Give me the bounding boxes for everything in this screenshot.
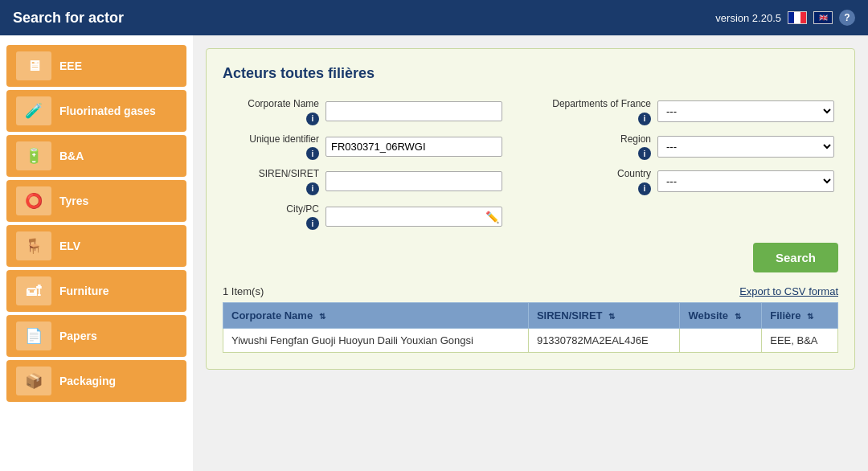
unique-id-label-group: Unique identifier i	[223, 133, 319, 161]
corporate-name-input[interactable]	[326, 101, 502, 121]
country-label-group: Country i	[547, 168, 651, 195]
sidebar-item-elv-label: ELV	[59, 240, 80, 252]
fluorinated-gases-icon: 🧪	[16, 96, 51, 125]
version-label: version 2.20.5	[715, 12, 781, 24]
country-info-icon[interactable]: i	[638, 182, 651, 195]
sidebar-item-ba-label: B&A	[59, 149, 84, 162]
country-row: Country i ---	[547, 168, 838, 195]
region-label-group: Region i	[547, 133, 651, 161]
main-layout: 🖥 EEE 🧪 Fluorinated gases 🔋 B&A ⭕ Tyres …	[0, 35, 868, 471]
departments-info-icon[interactable]: i	[638, 113, 651, 125]
search-btn-row: Search	[223, 243, 838, 272]
siren-label-group: SIREN/SIRET i	[223, 168, 319, 195]
sidebar-item-fluorinated-gases-label: Fluorinated gases	[59, 104, 156, 117]
sidebar-item-papers-label: Papers	[59, 330, 97, 342]
city-label: City/PC	[223, 203, 319, 216]
col-corporate-name[interactable]: Corporate Name ⇅	[223, 303, 529, 329]
papers-icon: 📄	[16, 322, 51, 350]
siren-input[interactable]	[326, 171, 502, 191]
col-filiere[interactable]: Filière ⇅	[762, 303, 838, 329]
search-panel: Acteurs toutes filières Corporate Name i	[206, 48, 855, 370]
unique-id-label: Unique identifier	[223, 133, 319, 146]
sort-icon-website[interactable]: ⇅	[735, 312, 741, 321]
results-table: Corporate Name ⇅ SIREN/SIRET ⇅ Website ⇅	[223, 302, 838, 353]
sort-icon-siren-siret[interactable]: ⇅	[608, 312, 615, 321]
city-input-wrap: ✏️	[326, 207, 502, 227]
search-button[interactable]: Search	[753, 243, 838, 272]
sort-icon-filiere[interactable]: ⇅	[807, 312, 813, 321]
corporate-name-info-icon[interactable]: i	[306, 113, 319, 125]
help-icon[interactable]: ?	[839, 10, 855, 26]
col-website[interactable]: Website ⇅	[680, 303, 762, 329]
sidebar-item-packaging[interactable]: 📦 Packaging	[6, 360, 186, 402]
form-grid: Corporate Name i Unique identifier i	[223, 98, 838, 230]
eee-icon: 🖥	[16, 51, 51, 80]
form-left: Corporate Name i Unique identifier i	[223, 98, 514, 230]
corporate-name-row: Corporate Name i	[223, 98, 514, 125]
col-siren-siret-label: SIREN/SIRET	[537, 309, 603, 322]
sidebar-item-tyres-label: Tyres	[59, 195, 88, 207]
city-info-icon[interactable]: i	[306, 217, 319, 230]
city-input[interactable]	[326, 207, 502, 227]
panel-title: Acteurs toutes filières	[223, 65, 838, 82]
region-label: Region	[547, 133, 651, 146]
col-siren-siret[interactable]: SIREN/SIRET ⇅	[528, 303, 680, 329]
furniture-icon: 🛋	[16, 276, 51, 305]
table-header-row: Corporate Name ⇅ SIREN/SIRET ⇅ Website ⇅	[223, 303, 838, 329]
siren-info-icon[interactable]: i	[306, 182, 319, 195]
departments-select[interactable]: ---	[657, 100, 834, 122]
col-corporate-name-label: Corporate Name	[231, 309, 313, 322]
sidebar-item-ba[interactable]: 🔋 B&A	[6, 135, 186, 177]
sidebar: 🖥 EEE 🧪 Fluorinated gases 🔋 B&A ⭕ Tyres …	[0, 35, 193, 471]
departments-row: Departments of France i ---	[547, 98, 838, 125]
unique-id-info-icon[interactable]: i	[306, 147, 319, 160]
sidebar-item-papers[interactable]: 📄 Papers	[6, 315, 186, 357]
region-row: Region i ---	[547, 133, 838, 161]
col-website-label: Website	[688, 309, 728, 322]
sidebar-item-furniture-label: Furniture	[59, 285, 108, 297]
city-label-group: City/PC i	[223, 203, 319, 231]
sidebar-item-elv[interactable]: 🪑 ELV	[6, 225, 186, 267]
results-count: 1 Item(s)	[223, 285, 264, 297]
sidebar-item-packaging-label: Packaging	[59, 375, 116, 387]
cell-corporate-name: Yiwushi Fengfan Guoji Huoyun Daili Youxi…	[223, 329, 529, 353]
sidebar-item-furniture[interactable]: 🛋 Furniture	[6, 270, 186, 312]
page-title: Search for actor	[13, 10, 124, 27]
col-filiere-label: Filière	[770, 309, 800, 322]
table-row[interactable]: Yiwushi Fengfan Guoji Huoyun Daili Youxi…	[223, 329, 838, 353]
corporate-name-label: Corporate Name	[223, 98, 319, 111]
cell-filiere: EEE, B&A	[762, 329, 838, 353]
ba-icon: 🔋	[16, 141, 51, 170]
top-bar: Search for actor version 2.20.5 🇬🇧 ?	[0, 0, 868, 35]
region-select[interactable]: ---	[657, 136, 834, 158]
siren-label: SIREN/SIRET	[223, 168, 319, 181]
elv-icon: 🪑	[16, 231, 51, 260]
packaging-icon: 📦	[16, 367, 51, 395]
top-bar-right: version 2.20.5 🇬🇧 ?	[715, 10, 855, 26]
siren-row: SIREN/SIRET i	[223, 168, 514, 195]
export-csv-link[interactable]: Export to CSV format	[739, 285, 838, 297]
corporate-name-label-group: Corporate Name i	[223, 98, 319, 125]
flag-uk-icon[interactable]: 🇬🇧	[813, 11, 833, 24]
unique-id-row: Unique identifier i	[223, 133, 514, 161]
form-right: Departments of France i --- Region i	[547, 98, 838, 230]
cell-siren-siret: 91330782MA2EAL4J6E	[528, 329, 680, 353]
departments-label-group: Departments of France i	[547, 98, 651, 125]
results-header: 1 Item(s) Export to CSV format	[223, 285, 838, 297]
city-edit-icon[interactable]: ✏️	[485, 211, 499, 223]
country-select[interactable]: ---	[657, 170, 834, 192]
unique-id-input[interactable]	[326, 137, 502, 157]
tyres-icon: ⭕	[16, 186, 51, 215]
sidebar-item-fluorinated-gases[interactable]: 🧪 Fluorinated gases	[6, 90, 186, 132]
sidebar-item-tyres[interactable]: ⭕ Tyres	[6, 180, 186, 222]
sidebar-item-eee[interactable]: 🖥 EEE	[6, 45, 186, 87]
content-area: Acteurs toutes filières Corporate Name i	[193, 35, 868, 471]
region-info-icon[interactable]: i	[638, 147, 651, 160]
country-label: Country	[547, 168, 651, 181]
sidebar-item-eee-label: EEE	[59, 59, 82, 72]
departments-label: Departments of France	[547, 98, 651, 111]
sort-icon-corporate-name[interactable]: ⇅	[319, 312, 326, 321]
city-row: City/PC i ✏️	[223, 203, 514, 231]
flag-fr-icon[interactable]	[788, 11, 807, 24]
cell-website	[680, 329, 762, 353]
